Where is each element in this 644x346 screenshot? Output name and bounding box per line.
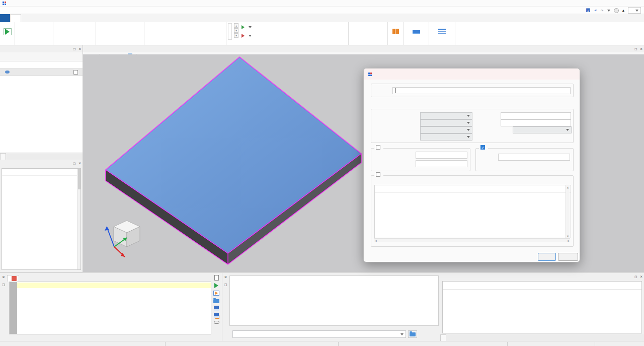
script-editor[interactable] — [9, 282, 211, 334]
float-panel-icon[interactable]: ❐ — [224, 282, 227, 287]
save-icon[interactable]: 🖪 — [586, 8, 591, 13]
v0-input[interactable] — [501, 119, 571, 126]
run-script-icon[interactable] — [214, 283, 218, 288]
app-window: { "window": { "title": "SimWorks Finite … — [0, 0, 644, 346]
preferences-button[interactable] — [431, 23, 453, 40]
collapse-ribbon-icon[interactable]: ▲ — [622, 9, 624, 13]
polynomial-checkbox[interactable] — [376, 172, 380, 177]
ribbon-group-clipboard — [15, 22, 53, 45]
run-selection-icon[interactable] — [213, 291, 219, 296]
surface-units-select[interactable] — [513, 126, 572, 133]
ok-button[interactable] — [538, 253, 556, 261]
float-panel-icon[interactable]: ❐ — [634, 274, 637, 279]
close-panel-icon[interactable]: × — [78, 47, 81, 51]
watch-titlebar: ❐× — [0, 160, 83, 167]
to-run-button[interactable] — [2, 23, 13, 40]
disable-checkbox[interactable] — [73, 70, 78, 75]
quick-access-dropdown-icon[interactable] — [607, 10, 610, 12]
status-bar — [0, 341, 644, 346]
close-panel-icon[interactable]: × — [640, 47, 642, 51]
material-position-select[interactable] — [420, 126, 472, 133]
redo-icon[interactable]: ↷ — [601, 8, 604, 13]
undefined-terms-select[interactable] — [420, 133, 472, 141]
run-icon — [4, 28, 12, 35]
tab-view[interactable] — [21, 14, 31, 22]
radius-of-curvature-input[interactable] — [416, 152, 467, 159]
title-bar — [0, 0, 644, 7]
save-as-icon[interactable] — [214, 313, 219, 318]
tab-optimizations[interactable] — [6, 153, 11, 160]
cancel-button[interactable] — [558, 253, 578, 261]
chevron-down-icon — [249, 26, 252, 28]
custom-checkbox[interactable]: ✓ — [480, 145, 485, 150]
coefficients-hscrollbar[interactable]: ◀▶ — [374, 238, 570, 242]
tab-home[interactable] — [10, 14, 21, 22]
group-label-preferences — [429, 40, 455, 45]
objects-tree-empty-area — [0, 76, 83, 153]
resources-button[interactable] — [406, 23, 427, 40]
work-path-select[interactable] — [232, 330, 406, 338]
coefficients-table[interactable] — [374, 185, 571, 238]
surface-top-face — [106, 57, 361, 253]
ribbon-group-structures: ▴▾▾ — [226, 22, 349, 45]
ribbon-group-resource — [404, 22, 429, 45]
definition-groupbox — [371, 109, 574, 143]
dialog-titlebar[interactable] — [364, 68, 580, 80]
ribbon-group-jobs — [388, 22, 404, 45]
import-button[interactable] — [242, 25, 252, 30]
close-panel-icon[interactable]: × — [224, 274, 227, 280]
bottom-dock: × ❐ × ❐ ❐× — [0, 272, 644, 341]
structures-gallery[interactable] — [228, 23, 232, 40]
workspace-table — [442, 281, 642, 333]
script-console[interactable] — [229, 275, 439, 326]
tab-objects-tree[interactable] — [0, 153, 6, 160]
general-groupbox — [371, 84, 574, 97]
float-panel-icon[interactable]: ❐ — [2, 282, 5, 287]
zero-plane-select[interactable] — [420, 119, 472, 126]
coefficients-vscrollbar[interactable]: ▲▼ — [566, 185, 570, 238]
ribbon-group-simulation — [144, 22, 226, 45]
link-icon[interactable] — [214, 321, 219, 324]
script-console-strip: × ❐ — [222, 273, 229, 341]
orientation-select[interactable] — [420, 112, 472, 119]
conic-constant-input[interactable] — [416, 160, 467, 167]
editor-tab-untitled[interactable] — [7, 275, 19, 282]
float-panel-icon[interactable]: ❐ — [73, 161, 75, 166]
open-script-icon[interactable] — [213, 299, 219, 303]
jobs-button[interactable] — [389, 23, 402, 40]
conic-checkbox[interactable] — [376, 145, 380, 150]
script-workspace-panel: ❐× — [440, 273, 644, 342]
watch-properties-table — [2, 168, 81, 270]
structures-gallery-scroll[interactable]: ▴▾▾ — [234, 23, 238, 40]
float-panel-icon[interactable]: ❐ — [634, 47, 637, 51]
name-input[interactable] — [392, 87, 571, 94]
ribbon-group-group — [349, 22, 388, 45]
group-label-edit-tools — [53, 40, 96, 45]
tab-global-variables[interactable] — [446, 334, 451, 341]
export-button[interactable] — [242, 33, 252, 39]
watch-scrollbar[interactable] — [77, 169, 80, 269]
close-panel-icon[interactable]: × — [2, 274, 5, 280]
close-panel-icon[interactable]: × — [640, 274, 642, 279]
save-script-icon[interactable] — [214, 306, 219, 311]
new-script-icon[interactable] — [214, 275, 219, 281]
chevron-down-icon — [249, 35, 252, 37]
undo-icon[interactable]: ↶ — [594, 8, 597, 13]
tab-file[interactable] — [0, 14, 10, 22]
edit-structure-properties-dialog: ✓ ▲▼ ◀▶ — [363, 68, 580, 262]
ribbon-group-edit-tools — [53, 22, 96, 45]
theme-select[interactable] — [628, 7, 641, 14]
ribbon-group-preferences — [429, 22, 455, 45]
tab-script-workspace[interactable] — [440, 334, 446, 341]
browse-folder-button[interactable] — [408, 330, 417, 338]
user-avatar[interactable] — [614, 8, 619, 13]
chevron-down-icon — [467, 122, 470, 124]
tab-close-icon[interactable] — [12, 276, 17, 281]
resources-icon — [413, 29, 420, 34]
u0-input[interactable] — [501, 112, 571, 119]
close-panel-icon[interactable]: × — [78, 161, 81, 166]
tree-row-surface[interactable] — [0, 68, 83, 76]
equation-input[interactable] — [498, 154, 570, 161]
float-panel-icon[interactable]: ❐ — [73, 47, 75, 51]
editor-text-area[interactable] — [17, 282, 211, 334]
